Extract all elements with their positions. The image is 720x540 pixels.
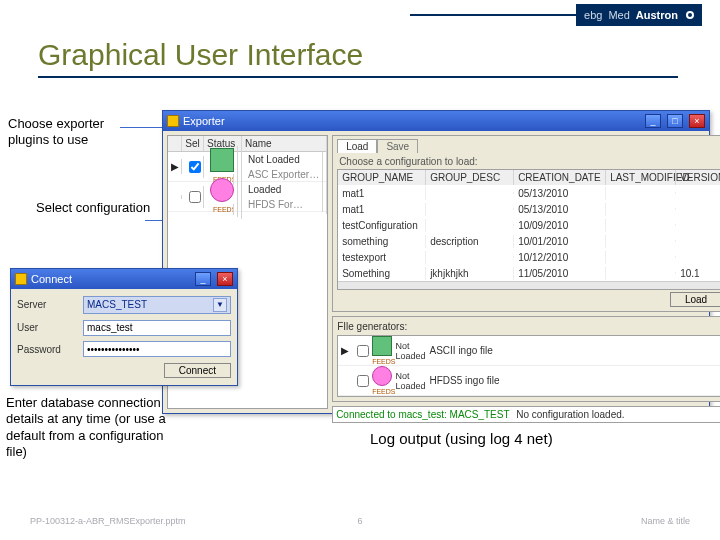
file-generator-row[interactable]: FEEDS Not Loaded HFDS5 ingo file bbox=[338, 366, 720, 396]
plugin-row[interactable]: FEEDS LoadedHFDS For… bbox=[168, 182, 327, 212]
connect-button[interactable]: Connect bbox=[164, 363, 231, 378]
filegen-select-checkbox[interactable] bbox=[357, 375, 369, 387]
filegen-flower-icon bbox=[372, 366, 392, 386]
log-output[interactable]: Connected to macs_test: MACS_TEST No con… bbox=[332, 406, 720, 423]
configuration-row[interactable]: testConfiguration10/09/2010 bbox=[338, 217, 720, 233]
configuration-row[interactable]: somethingdescription10/01/2010 bbox=[338, 233, 720, 249]
slide-title: Graphical User Interface bbox=[38, 38, 678, 78]
row-cursor-icon: ▶ bbox=[338, 345, 352, 356]
configuration-scrollbar[interactable] bbox=[338, 281, 720, 289]
exporter-window: Exporter _ □ × Sel Status Name ▶ FEEDS N… bbox=[162, 110, 710, 414]
user-input[interactable] bbox=[83, 320, 231, 336]
configuration-row[interactable]: Somethingjkhjkhjkh11/05/201010.1 bbox=[338, 265, 720, 281]
configuration-panel: Load Save Choose a configuration to load… bbox=[332, 135, 720, 312]
plugin-name: HFDS For… bbox=[245, 197, 323, 212]
label-server: Server bbox=[17, 299, 77, 310]
connect-title: Connect bbox=[31, 273, 72, 285]
log-line-connected-b: MACS_TEST bbox=[450, 409, 510, 420]
brand-med: Med bbox=[608, 9, 629, 21]
label-user: User bbox=[17, 322, 77, 333]
configuration-label: Choose a configuration to load: bbox=[339, 156, 720, 167]
connect-dialog: Connect _ × Server MACS_TEST ▼ User Pass… bbox=[10, 268, 238, 386]
plugin-select-checkbox[interactable] bbox=[189, 191, 201, 203]
plugin-status: Loaded bbox=[245, 182, 323, 197]
feeds-label: FEEDS bbox=[372, 358, 395, 365]
conf-col-last-modified: LAST_MODIFIED bbox=[606, 170, 676, 185]
brand-logo: ebg Med Austron bbox=[576, 4, 702, 26]
maximize-button[interactable]: □ bbox=[667, 114, 683, 128]
callout-enter-connection: Enter database connection details at any… bbox=[6, 395, 181, 460]
minimize-button[interactable]: _ bbox=[645, 114, 661, 128]
plugins-col-sel: Sel bbox=[182, 136, 204, 151]
filegen-status: Not Loaded bbox=[395, 371, 429, 391]
exporter-title: Exporter bbox=[183, 115, 225, 127]
server-value: MACS_TEST bbox=[87, 299, 147, 310]
brand-ebg: ebg bbox=[584, 9, 602, 21]
configuration-row[interactable]: testexport10/12/2010 bbox=[338, 249, 720, 265]
filegen-name: HFDS5 ingo file bbox=[429, 375, 720, 386]
callout-log-output: Log output (using log 4 net) bbox=[370, 430, 553, 449]
file-generators-heading: FIle generators: bbox=[337, 321, 720, 332]
filegen-name: ASCII ingo file bbox=[429, 345, 720, 356]
tab-load[interactable]: Load bbox=[337, 139, 377, 153]
connect-minimize-button[interactable]: _ bbox=[195, 272, 211, 286]
connect-close-button[interactable]: × bbox=[217, 272, 233, 286]
tab-save[interactable]: Save bbox=[377, 139, 418, 153]
feeds-label: FEEDS bbox=[210, 204, 234, 215]
file-generators-grid[interactable]: ▶ FEEDS Not Loaded ASCII ingo file FEEDS… bbox=[337, 335, 720, 397]
brand-ball-icon bbox=[686, 11, 694, 19]
configuration-grid[interactable]: GROUP_NAME GROUP_DESC CREATION_DATE LAST… bbox=[337, 169, 720, 290]
callout-choose-exporter: Choose exporter plugins to use bbox=[8, 116, 148, 149]
configuration-grid-header: GROUP_NAME GROUP_DESC CREATION_DATE LAST… bbox=[338, 170, 720, 185]
filegen-face-icon bbox=[372, 336, 392, 356]
filegen-select-checkbox[interactable] bbox=[357, 345, 369, 357]
row-cursor-icon bbox=[168, 195, 182, 199]
brand-austron: Austron bbox=[636, 9, 678, 21]
file-generator-row[interactable]: ▶ FEEDS Not Loaded ASCII ingo file bbox=[338, 336, 720, 366]
plugin-status: Not Loaded bbox=[245, 152, 323, 167]
connect-titlebar[interactable]: Connect _ × bbox=[11, 269, 237, 289]
filegen-status: Not Loaded bbox=[395, 341, 429, 361]
configuration-row[interactable]: mat105/13/2010 bbox=[338, 185, 720, 201]
row-cursor-icon: ▶ bbox=[168, 159, 182, 174]
footer-page-number: 6 bbox=[0, 516, 720, 526]
log-line-connected-a: Connected to macs_test: bbox=[336, 409, 447, 420]
footer-name-title: Name & title bbox=[641, 516, 690, 526]
load-button[interactable]: Load bbox=[670, 292, 720, 307]
conf-col-group-name: GROUP_NAME bbox=[338, 170, 426, 185]
dropdown-icon[interactable]: ▼ bbox=[213, 298, 227, 312]
conf-col-group-desc: GROUP_DESC bbox=[426, 170, 514, 185]
close-button[interactable]: × bbox=[689, 114, 705, 128]
label-password: Password bbox=[17, 344, 77, 355]
log-line-noconf: No configuration loaded. bbox=[516, 409, 624, 420]
configuration-row[interactable]: mat105/13/2010 bbox=[338, 201, 720, 217]
conf-col-version: VERSION bbox=[676, 170, 720, 185]
conf-col-creation-date: CREATION_DATE bbox=[514, 170, 606, 185]
feeds-label: FEEDS bbox=[372, 388, 395, 395]
exporter-titlebar[interactable]: Exporter _ □ × bbox=[163, 111, 709, 131]
callout-select-configuration: Select configuration bbox=[36, 200, 176, 216]
plugin-flower-icon bbox=[210, 178, 234, 202]
file-generators-panel: FIle generators: ▶ FEEDS Not Loaded ASCI… bbox=[332, 316, 720, 402]
server-dropdown[interactable]: MACS_TEST ▼ bbox=[83, 296, 231, 314]
password-input[interactable] bbox=[83, 341, 231, 357]
plugin-select-checkbox[interactable] bbox=[189, 161, 201, 173]
exporter-window-icon bbox=[167, 115, 179, 127]
connect-window-icon bbox=[15, 273, 27, 285]
plugin-row[interactable]: ▶ FEEDS Not LoadedASC Exporter… bbox=[168, 152, 327, 182]
plugin-face-icon bbox=[210, 148, 234, 172]
